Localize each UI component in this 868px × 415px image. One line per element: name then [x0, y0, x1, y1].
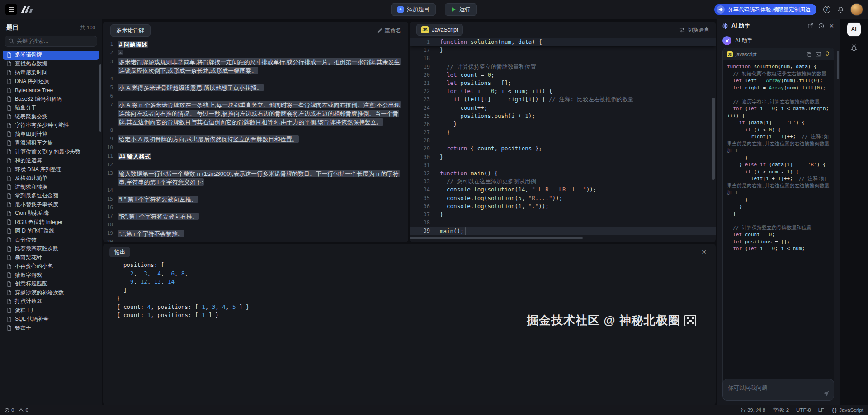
- problem-lines[interactable]: 1# 问题描述23多米诺骨牌游戏规则非常简单,将骨牌按一定间距的尺寸排成单行,或…: [103, 40, 408, 242]
- help-button[interactable]: ?: [823, 6, 830, 13]
- close-ai-icon[interactable]: ✕: [829, 23, 834, 29]
- code-line[interactable]: 32function main() {: [410, 169, 716, 177]
- indentation-setting[interactable]: 空格: 2: [773, 407, 789, 414]
- errors-indicator[interactable]: 0: [5, 407, 14, 413]
- eol-setting[interactable]: LF: [818, 407, 824, 413]
- search-box[interactable]: [5, 36, 97, 47]
- lightbulb-icon[interactable]: [825, 51, 830, 57]
- sidebar-item[interactable]: 环状 DNA 序列整理: [3, 165, 99, 174]
- code-line[interactable]: 36 console.log(solution(1, "."));: [410, 202, 716, 210]
- code-line[interactable]: 33 // 您可以在这里添加更多测试用例: [410, 177, 716, 186]
- editor-horizontal-scrollbar[interactable]: [410, 237, 583, 239]
- sidebar-item[interactable]: 字符串有多少种可能性: [3, 121, 99, 130]
- sidebar-item[interactable]: 不再贪心的小包: [3, 262, 99, 271]
- sidebar-item[interactable]: 多米诺骨牌: [3, 51, 99, 60]
- sidebar-item[interactable]: 比赛最高获胜次数: [3, 244, 99, 253]
- sidebar-item[interactable]: RGB 色值转 Integer: [3, 218, 99, 227]
- markdown-line[interactable]: 9给定小 A 最初骨牌的方向,求出最后依然保持竖立的骨牌数目和位置。: [103, 135, 408, 143]
- sidebar-item[interactable]: 及格如此简单: [3, 174, 99, 183]
- markdown-line[interactable]: 17“R”,第 i 个字符将要被向右推。: [103, 212, 408, 220]
- code-line[interactable]: 30}: [410, 153, 716, 161]
- sidebar-item[interactable]: Bytedance Tree: [3, 86, 99, 95]
- sticky-line[interactable]: 1 function solution(num, data) {: [410, 38, 716, 46]
- copy-icon[interactable]: [807, 52, 811, 57]
- avatar[interactable]: [851, 4, 863, 15]
- code-line[interactable]: 31: [410, 161, 716, 169]
- markdown-line[interactable]: 7小 A 将 n 个多米诺骨牌放在一条线上,每一块都垂直竖立。他同时将一些骨牌向…: [103, 100, 408, 126]
- sidebar-item[interactable]: 查找热点数据: [3, 60, 99, 69]
- markdown-line[interactable]: 1# 问题描述: [103, 40, 408, 48]
- markdown-line[interactable]: 13输入数据第一行包括一个整数 n (1≤n≤3000),表示这一行多米诺骨牌的…: [103, 169, 408, 186]
- code-line[interactable]: 18: [410, 54, 716, 62]
- markdown-line[interactable]: 2: [103, 48, 408, 57]
- sidebar-item[interactable]: SQL 代码补全: [3, 315, 99, 324]
- code-line[interactable]: 39main();: [410, 227, 716, 235]
- sidebar-item[interactable]: 穿越沙漠的补给次数: [3, 289, 99, 298]
- markdown-line[interactable]: 16: [103, 203, 408, 212]
- sidebar-item[interactable]: 蛋糕工厂: [3, 306, 99, 315]
- cursor-position[interactable]: 行 39, 列 8: [741, 407, 765, 414]
- menu-button[interactable]: [5, 4, 17, 15]
- encoding-setting[interactable]: UTF-8: [796, 407, 811, 413]
- code-line[interactable]: 27 }: [410, 128, 716, 136]
- sidebar-item[interactable]: 和的逆运算: [3, 156, 99, 165]
- code-line[interactable]: 29 return { count, positions };: [410, 145, 716, 153]
- markdown-line[interactable]: 3多米诺骨牌游戏规则非常简单,将骨牌按一定间距的尺寸排成单行,或分行排成一片。推…: [103, 57, 408, 75]
- code-line[interactable]: 35 console.log(solution(5, "R...."));: [410, 194, 716, 202]
- ai-input-box[interactable]: [722, 379, 834, 401]
- markdown-line[interactable]: 4: [103, 75, 408, 83]
- sidebar-item[interactable]: Base32 编码和解码: [3, 95, 99, 104]
- code-line[interactable]: 24 count++;: [410, 104, 716, 112]
- ai-question-input[interactable]: [728, 385, 816, 391]
- markdown-line[interactable]: 14: [103, 186, 408, 195]
- tab-javascript[interactable]: JS JavaScript: [416, 24, 463, 36]
- output-tab[interactable]: 输出: [109, 247, 130, 257]
- sidebar-item[interactable]: Cion 勒索病毒: [3, 209, 99, 218]
- warnings-indicator[interactable]: 0: [19, 407, 28, 413]
- code-line[interactable]: 23 if (left[i] === right[i]) { // 注释: 比较…: [410, 95, 716, 103]
- sidebar-item[interactable]: 计算位置 x 到 y 的最少步数: [3, 148, 99, 157]
- code-line[interactable]: 26 }: [410, 120, 716, 128]
- markdown-line[interactable]: 20: [103, 238, 408, 242]
- search-input[interactable]: [17, 38, 93, 44]
- markdown-line[interactable]: 5小 A 觉得多米诺骨牌超级没意思,所以他想了点小花招。: [103, 83, 408, 92]
- markdown-line[interactable]: 10: [103, 143, 408, 152]
- share-icon[interactable]: [808, 23, 813, 28]
- notifications-button[interactable]: [837, 6, 844, 13]
- sidebar-item[interactable]: 百分位数: [3, 236, 99, 245]
- editor-vertical-scrollbar[interactable]: [712, 98, 715, 180]
- markdown-line[interactable]: 15“L”,第 i 个字符将要被向左推。: [103, 195, 408, 203]
- ai-toggle-button[interactable]: AI: [847, 23, 861, 36]
- logo[interactable]: [23, 6, 32, 13]
- add-problem-button[interactable]: + 添加题目: [391, 3, 436, 16]
- editor-body[interactable]: 1 function solution(num, data) { 17}1819…: [410, 38, 716, 242]
- ai-panel-scrollbar[interactable]: [837, 51, 839, 79]
- markdown-line[interactable]: 6: [103, 92, 408, 100]
- sidebar-item[interactable]: 猜数字游戏: [3, 271, 99, 280]
- sidebar-item[interactable]: 猫鱼分干: [3, 103, 99, 112]
- sidebar-scrollbar[interactable]: [99, 64, 101, 132]
- code-line[interactable]: 37}: [410, 210, 716, 219]
- send-icon[interactable]: [823, 390, 830, 397]
- code-line[interactable]: 28: [410, 136, 716, 145]
- markdown-line[interactable]: 11## 输入格式: [103, 152, 408, 160]
- switch-language-button[interactable]: 切换语言: [679, 26, 709, 34]
- code-line[interactable]: 38: [410, 219, 716, 227]
- markdown-line[interactable]: 19“.”,第 i 个字符不会被推。: [103, 229, 408, 238]
- code-line[interactable]: 22 for (let i = 0; i < num; i++) {: [410, 87, 716, 95]
- sidebar-item[interactable]: 拿到最多红包金额: [3, 191, 99, 201]
- code-line[interactable]: 20 let count = 0;: [410, 71, 716, 79]
- sidebar-item[interactable]: 打点计数器: [3, 297, 99, 306]
- history-icon[interactable]: [818, 23, 824, 29]
- insert-code-icon[interactable]: [816, 52, 821, 57]
- sidebar-item[interactable]: 阿 D 的飞行路线: [3, 227, 99, 236]
- sidebar-item[interactable]: 进制求和转换: [3, 183, 99, 192]
- code-line[interactable]: 19 // 计算保持竖立的骨牌数量和位置: [410, 63, 716, 71]
- code-line[interactable]: 34 console.log(solution(14, ".L.R...LR..…: [410, 186, 716, 194]
- problem-title-tab[interactable]: 多米诺骨牌: [110, 24, 151, 37]
- sidebar-item[interactable]: 叠盘子: [3, 324, 99, 333]
- sidebar-item[interactable]: 青海湖租车之旅: [3, 139, 99, 148]
- code-line[interactable]: 25 positions.push(i + 1);: [410, 112, 716, 120]
- sidebar-item[interactable]: DNA 序列还原: [3, 77, 99, 86]
- close-output-icon[interactable]: ✕: [698, 248, 709, 256]
